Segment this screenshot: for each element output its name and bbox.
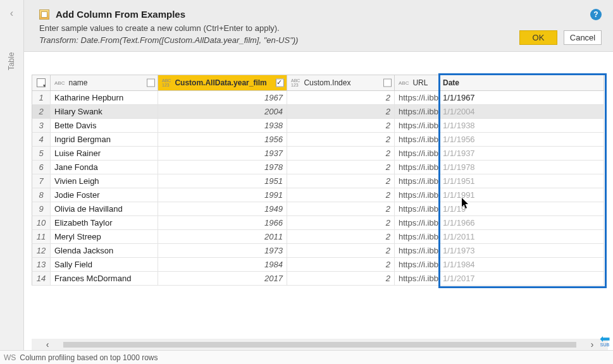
cell-url[interactable]: https://i.ibb — [395, 119, 439, 133]
cell-year[interactable]: 1937 — [158, 147, 287, 161]
cell-url[interactable]: https://i.ibb — [395, 147, 439, 161]
table-row[interactable]: 3Bette Davis19382https://i.ibb1/1/1938 — [32, 119, 609, 133]
cell-url[interactable]: https://i.ibb — [395, 188, 439, 202]
table-row[interactable]: 10Elizabeth Taylor19662https://i.ibb1/1/… — [32, 216, 609, 230]
cell-custom-index[interactable]: 2 — [287, 91, 395, 105]
cell-year[interactable]: 1978 — [158, 161, 287, 174]
cell-name[interactable]: Elizabeth Taylor — [51, 216, 158, 230]
cell-date[interactable]: 1/1/1966 — [439, 216, 604, 230]
cell-custom-index[interactable]: 2 — [287, 216, 395, 230]
cell-name[interactable]: Hilary Swank — [51, 105, 158, 119]
table-row[interactable]: 2Hilary Swank20042https://i.ibb1/1/2004 — [32, 105, 609, 119]
submit-icon[interactable]: SUB — [598, 334, 612, 349]
table-menu[interactable] — [32, 75, 51, 91]
column-header-name[interactable]: name — [51, 75, 158, 91]
cell-date[interactable]: 1/1/1967 — [439, 91, 604, 105]
cell-name[interactable]: Olivia de Havilland — [51, 202, 158, 216]
cell-custom-index[interactable]: 2 — [287, 188, 395, 202]
cell-custom-index[interactable]: 2 — [287, 161, 395, 174]
cell-name[interactable]: Sally Field — [51, 258, 158, 272]
cell-custom-index[interactable]: 2 — [287, 133, 395, 147]
cell-date[interactable]: 1/1/1984 — [439, 258, 604, 272]
cell-date[interactable]: 1/1/1938 — [439, 119, 604, 133]
cell-custom-index[interactable]: 2 — [287, 147, 395, 161]
table-menu-icon — [37, 78, 46, 87]
cell-name[interactable]: Luise Rainer — [51, 147, 158, 161]
cell-date[interactable]: 1/1/2017 — [439, 272, 604, 286]
cell-year[interactable]: 2004 — [158, 105, 287, 119]
cell-url[interactable]: https://i.ibb — [395, 105, 439, 119]
table-row[interactable]: 1Katharine Hepburn19672https://i.ibb1/1/… — [32, 91, 609, 105]
cell-year[interactable]: 1938 — [158, 119, 287, 133]
cell-year[interactable]: 1984 — [158, 258, 287, 272]
cell-date[interactable]: 1/1/1978 — [439, 161, 604, 174]
scroll-track[interactable] — [63, 342, 576, 348]
cell-name[interactable]: Vivien Leigh — [51, 174, 158, 188]
scroll-left-icon[interactable]: ‹ — [32, 339, 63, 349]
cell-year[interactable]: 1956 — [158, 133, 287, 147]
cell-date[interactable]: 1/1/1951 — [439, 174, 604, 188]
cell-url[interactable]: https://i.ibb — [395, 272, 439, 286]
cell-custom-index[interactable]: 2 — [287, 272, 395, 286]
table-row[interactable]: 11Meryl Streep20112https://i.ibb1/1/2011 — [32, 230, 609, 244]
help-icon[interactable]: ? — [590, 9, 602, 20]
cell-date[interactable]: 1/1/1973 — [439, 244, 604, 258]
cell-custom-index[interactable]: 2 — [287, 244, 395, 258]
cell-date[interactable]: 1/1/1937 — [439, 147, 604, 161]
ok-button[interactable]: OK — [519, 30, 557, 45]
cell-name[interactable]: Meryl Streep — [51, 230, 158, 244]
cell-year[interactable]: 1973 — [158, 244, 287, 258]
cell-year[interactable]: 1966 — [158, 216, 287, 230]
cell-year[interactable]: 1949 — [158, 202, 287, 216]
cell-date[interactable]: 1/1/2011 — [439, 230, 604, 244]
column-select-checkbox[interactable] — [276, 79, 284, 87]
cell-url[interactable]: https://i.ibb — [395, 244, 439, 258]
cell-year[interactable]: 2017 — [158, 272, 287, 286]
cell-url[interactable]: https://i.ibb — [395, 202, 439, 216]
cell-url[interactable]: https://i.ibb — [395, 230, 439, 244]
table-row[interactable]: 14Frances McDormand20172https://i.ibb1/1… — [32, 272, 609, 286]
cell-name[interactable]: Jane Fonda — [51, 161, 158, 174]
table-row[interactable]: 12Glenda Jackson19732https://i.ibb1/1/19… — [32, 244, 609, 258]
table-row[interactable]: 9Olivia de Havilland19492https://i.ibb1/… — [32, 202, 609, 216]
cell-custom-index[interactable]: 2 — [287, 105, 395, 119]
table-row[interactable]: 4Ingrid Bergman19562https://i.ibb1/1/195… — [32, 133, 609, 147]
cell-custom-index[interactable]: 2 — [287, 119, 395, 133]
cell-custom-index[interactable]: 2 — [287, 258, 395, 272]
cell-year[interactable]: 1991 — [158, 188, 287, 202]
cancel-button[interactable]: Cancel — [564, 30, 602, 45]
table-row[interactable]: 5Luise Rainer19372https://i.ibb1/1/1937 — [32, 147, 609, 161]
table-row[interactable]: 13Sally Field19842https://i.ibb1/1/1984 — [32, 258, 609, 272]
cell-name[interactable]: Jodie Foster — [51, 188, 158, 202]
cell-year[interactable]: 2011 — [158, 230, 287, 244]
column-header-year[interactable]: Custom.AllData.year_film — [158, 75, 287, 91]
cell-url[interactable]: https://i.ibb — [395, 216, 439, 230]
cell-url[interactable]: https://i.ibb — [395, 91, 439, 105]
cell-custom-index[interactable]: 2 — [287, 230, 395, 244]
cell-year[interactable]: 1951 — [158, 174, 287, 188]
cell-url[interactable]: https://i.ibb — [395, 174, 439, 188]
cell-date[interactable]: 1/1/2004 — [439, 105, 604, 119]
cell-name[interactable]: Glenda Jackson — [51, 244, 158, 258]
column-header-custom-index[interactable]: Custom.Index — [287, 75, 395, 91]
cell-name[interactable]: Bette Davis — [51, 119, 158, 133]
cell-date[interactable]: 1/1/1956 — [439, 133, 604, 147]
horizontal-scrollbar[interactable]: ‹ › — [32, 339, 608, 350]
table-row[interactable]: 8Jodie Foster19912https://i.ibb1/1/1991 — [32, 188, 609, 202]
cell-name[interactable]: Ingrid Bergman — [51, 133, 158, 147]
cell-name[interactable]: Katharine Hepburn — [51, 91, 158, 105]
cell-custom-index[interactable]: 2 — [287, 174, 395, 188]
table-row[interactable]: 7Vivien Leigh19512https://i.ibb1/1/1951 — [32, 174, 609, 188]
cell-url[interactable]: https://i.ibb — [395, 258, 439, 272]
column-header-url[interactable]: URL — [395, 75, 439, 91]
back-icon[interactable]: ‹ — [10, 8, 13, 19]
cell-name[interactable]: Frances McDormand — [51, 272, 158, 286]
column-select-checkbox[interactable] — [383, 79, 392, 87]
column-select-checkbox[interactable] — [147, 79, 155, 87]
cell-custom-index[interactable]: 2 — [287, 202, 395, 216]
column-header-date[interactable]: Date — [439, 75, 604, 91]
cell-url[interactable]: https://i.ibb — [395, 161, 439, 174]
cell-url[interactable]: https://i.ibb — [395, 133, 439, 147]
table-row[interactable]: 6Jane Fonda19782https://i.ibb1/1/1978 — [32, 161, 609, 174]
cell-year[interactable]: 1967 — [158, 91, 287, 105]
